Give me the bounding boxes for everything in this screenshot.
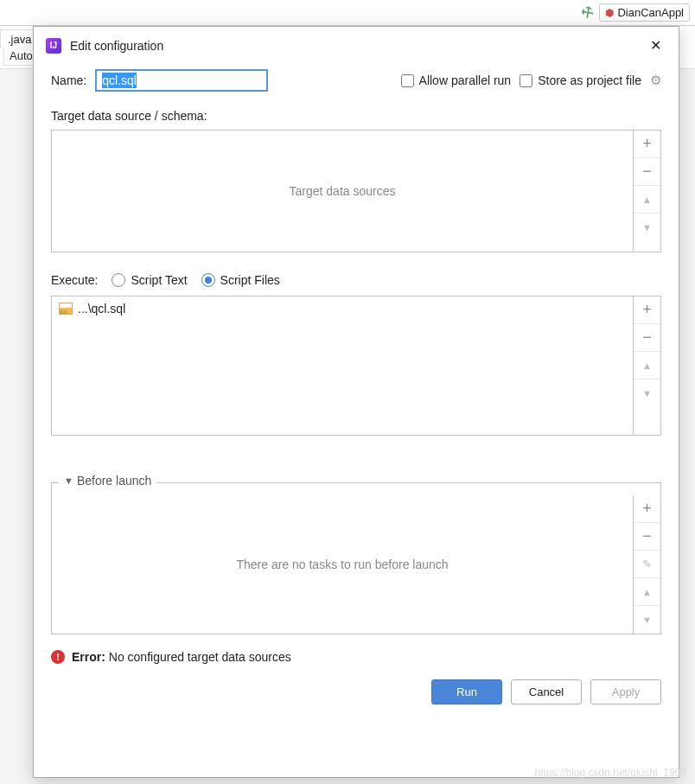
sql-file-icon bbox=[59, 303, 73, 315]
run-config-selector[interactable]: ⬢ DianCanAppl bbox=[599, 3, 690, 22]
before-launch-placeholder[interactable]: There are no tasks to run before launch bbox=[52, 495, 633, 634]
intellij-icon: IJ bbox=[46, 38, 61, 54]
dialog-title-bar: IJ Edit configuration ✕ bbox=[34, 27, 679, 62]
apply-button[interactable]: Apply bbox=[590, 679, 661, 704]
error-icon: ! bbox=[51, 650, 65, 664]
before-launch-section: ▼ Before launch There are no tasks to ru… bbox=[51, 482, 661, 634]
error-message: No configured target data sources bbox=[105, 650, 291, 664]
before-launch-side-buttons: + − ✎ ▲ ▼ bbox=[633, 495, 660, 634]
files-list[interactable]: ...\qcl.sql bbox=[52, 296, 633, 435]
allow-parallel-checkbox[interactable]: Allow parallel run bbox=[401, 73, 512, 87]
execute-label: Execute: bbox=[51, 273, 98, 287]
radio-dot-selected bbox=[201, 273, 215, 287]
files-up-button[interactable]: ▲ bbox=[634, 352, 660, 379]
radio-script-text[interactable]: Script Text bbox=[112, 273, 187, 287]
edit-configuration-dialog: IJ Edit configuration ✕ Name: qcl.sql Al… bbox=[33, 26, 679, 778]
cancel-button[interactable]: Cancel bbox=[511, 679, 582, 704]
hammer-icon[interactable]: ⚒ bbox=[578, 3, 597, 23]
files-add-button[interactable]: + bbox=[634, 296, 660, 324]
bl-up-button[interactable]: ▲ bbox=[634, 578, 660, 606]
target-down-button[interactable]: ▼ bbox=[634, 214, 660, 241]
target-placeholder[interactable]: Target data sources bbox=[52, 131, 633, 252]
before-launch-title[interactable]: ▼ Before launch bbox=[59, 474, 156, 488]
bug-icon: ⬢ bbox=[605, 7, 614, 19]
dialog-buttons: Run Cancel Apply bbox=[51, 679, 661, 704]
target-side-buttons: + − ▲ ▼ bbox=[633, 131, 660, 252]
target-label: Target data source / schema: bbox=[51, 109, 661, 123]
run-button[interactable]: Run bbox=[431, 679, 502, 704]
target-add-button[interactable]: + bbox=[634, 131, 660, 158]
files-side-buttons: + − ▲ ▼ bbox=[633, 296, 660, 435]
name-row: Name: qcl.sql Allow parallel run Store a… bbox=[51, 69, 661, 92]
chevron-down-icon: ▼ bbox=[64, 475, 73, 486]
radio-script-files[interactable]: Script Files bbox=[201, 273, 280, 287]
bl-add-button[interactable]: + bbox=[634, 495, 660, 523]
gear-icon[interactable]: ⚙ bbox=[650, 73, 661, 88]
bl-edit-button[interactable]: ✎ bbox=[634, 551, 660, 578]
target-panel: Target data sources + − ▲ ▼ bbox=[51, 130, 661, 252]
execute-row: Execute: Script Text Script Files bbox=[51, 273, 661, 287]
store-project-checkbox[interactable]: Store as project file bbox=[520, 73, 641, 87]
target-remove-button[interactable]: − bbox=[634, 158, 660, 186]
dialog-title: Edit configuration bbox=[70, 39, 636, 53]
dialog-content: Name: qcl.sql Allow parallel run Store a… bbox=[34, 62, 679, 777]
files-down-button[interactable]: ▼ bbox=[634, 379, 660, 407]
run-config-label: DianCanAppl bbox=[617, 6, 684, 19]
bl-down-button[interactable]: ▼ bbox=[634, 606, 660, 634]
store-project-box[interactable] bbox=[520, 74, 532, 87]
allow-parallel-box[interactable] bbox=[401, 74, 414, 87]
bl-remove-button[interactable]: − bbox=[634, 523, 660, 551]
files-remove-button[interactable]: − bbox=[634, 324, 660, 352]
error-row: ! Error: No configured target data sourc… bbox=[51, 650, 661, 664]
error-prefix: Error: bbox=[72, 650, 105, 664]
file-entry[interactable]: ...\qcl.sql bbox=[59, 302, 626, 316]
name-input[interactable]: qcl.sql bbox=[95, 69, 268, 92]
name-label: Name: bbox=[51, 73, 86, 87]
files-panel: ...\qcl.sql + − ▲ ▼ bbox=[51, 296, 661, 436]
watermark: https://blog.csdn.net/qiushi_1990 bbox=[535, 767, 686, 779]
ide-toolbar: ⚒ ⬢ DianCanAppl bbox=[0, 0, 695, 26]
close-button[interactable]: ✕ bbox=[645, 35, 666, 55]
radio-dot-unselected bbox=[112, 273, 125, 287]
target-up-button[interactable]: ▲ bbox=[634, 186, 660, 214]
